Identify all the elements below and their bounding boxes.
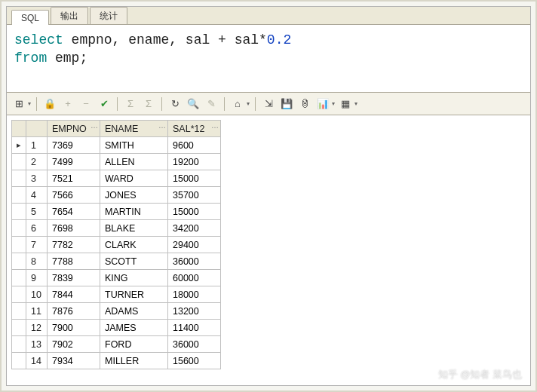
cell-empno[interactable]: 7521 <box>48 170 100 187</box>
row-number[interactable]: 6 <box>26 220 48 237</box>
row-number[interactable]: 10 <box>26 286 48 303</box>
cell-sal[interactable]: 35700 <box>168 187 221 204</box>
cell-sal[interactable]: 34200 <box>168 220 221 237</box>
row-marker[interactable] <box>12 187 26 204</box>
cell-sal[interactable]: 36000 <box>168 336 221 353</box>
row-number[interactable]: 12 <box>26 320 48 336</box>
table-row[interactable]: 67698BLAKE34200 <box>12 220 221 237</box>
grid-corner[interactable] <box>12 121 26 137</box>
cell-empno[interactable]: 7900 <box>48 320 100 336</box>
row-number[interactable]: 2 <box>26 154 48 170</box>
row-marker[interactable] <box>12 253 26 270</box>
save-button[interactable]: 💾 <box>279 96 294 112</box>
sql-editor[interactable]: select empno, ename, sal + sal*0.2 from … <box>7 25 530 93</box>
cell-sal[interactable]: 36000 <box>168 253 221 270</box>
cell-empno[interactable]: 7844 <box>48 286 100 303</box>
dropdown-icon[interactable]: ▾ <box>247 100 250 107</box>
row-number[interactable]: 11 <box>26 303 48 320</box>
cell-ename[interactable]: JAMES <box>100 320 168 336</box>
cell-ename[interactable]: WARD <box>100 170 168 187</box>
results-grid[interactable]: EMPNO ENAME SAL*12 ▸17369SMITH960027499A… <box>11 120 221 369</box>
cell-ename[interactable]: CLARK <box>100 237 168 253</box>
row-number[interactable]: 3 <box>26 170 48 187</box>
cell-empno[interactable]: 7934 <box>48 353 100 369</box>
row-number[interactable]: 4 <box>26 187 48 204</box>
table-row[interactable]: 97839KING60000 <box>12 270 221 286</box>
column-header-ename[interactable]: ENAME <box>100 121 168 137</box>
row-marker[interactable] <box>12 220 26 237</box>
sort-icon[interactable] <box>158 124 166 133</box>
cell-ename[interactable]: MARTIN <box>100 204 168 220</box>
table-row[interactable]: 77782CLARK29400 <box>12 237 221 253</box>
table-row[interactable]: 137902FORD36000 <box>12 336 221 353</box>
row-number[interactable]: 1 <box>26 137 48 154</box>
table-row[interactable]: 127900JAMES11400 <box>12 320 221 336</box>
dropdown-icon[interactable]: ▾ <box>354 100 357 107</box>
home-button[interactable]: ⌂ <box>230 96 245 112</box>
database-button[interactable]: 🛢 <box>297 96 312 112</box>
row-number[interactable]: 5 <box>26 204 48 220</box>
table-row[interactable]: 57654MARTIN15000 <box>12 204 221 220</box>
sum-button-2[interactable]: Σ <box>141 96 156 112</box>
tab-output[interactable]: 输出 <box>51 7 88 24</box>
column-header-sal[interactable]: SAL*12 <box>168 121 221 137</box>
row-number[interactable]: 9 <box>26 270 48 286</box>
cell-sal[interactable]: 11400 <box>168 320 221 336</box>
table-button[interactable]: ▦ <box>338 96 353 112</box>
cell-sal[interactable]: 15600 <box>168 353 221 369</box>
cell-sal[interactable]: 13200 <box>168 303 221 320</box>
edit-button[interactable]: ✎ <box>204 96 219 112</box>
delete-row-button[interactable]: − <box>78 96 94 112</box>
row-marker[interactable] <box>12 170 26 187</box>
table-row[interactable]: 87788SCOTT36000 <box>12 253 221 270</box>
cell-sal[interactable]: 9600 <box>168 137 221 154</box>
lock-button[interactable]: 🔒 <box>42 96 57 112</box>
dropdown-icon[interactable]: ▾ <box>332 100 335 107</box>
cell-ename[interactable]: FORD <box>100 336 168 353</box>
cell-empno[interactable]: 7788 <box>48 253 100 270</box>
table-row[interactable]: 107844TURNER18000 <box>12 286 221 303</box>
export-button[interactable]: ⇲ <box>261 96 276 112</box>
commit-button[interactable]: ✔ <box>97 96 112 112</box>
cell-ename[interactable]: TURNER <box>100 286 168 303</box>
cell-empno[interactable]: 7698 <box>48 220 100 237</box>
cell-ename[interactable]: SCOTT <box>100 253 168 270</box>
table-row[interactable]: 27499ALLEN19200 <box>12 154 221 170</box>
row-number[interactable]: 7 <box>26 237 48 253</box>
row-marker[interactable] <box>12 336 26 353</box>
row-marker[interactable] <box>12 303 26 320</box>
cell-empno[interactable]: 7369 <box>48 137 100 154</box>
row-marker[interactable] <box>12 154 26 170</box>
cell-ename[interactable]: ADAMS <box>100 303 168 320</box>
cell-empno[interactable]: 7654 <box>48 204 100 220</box>
sum-button-1[interactable]: Σ <box>123 96 138 112</box>
row-number[interactable]: 8 <box>26 253 48 270</box>
cell-empno[interactable]: 7876 <box>48 303 100 320</box>
cell-empno[interactable]: 7566 <box>48 187 100 204</box>
sort-icon[interactable] <box>91 124 98 133</box>
chart-button[interactable]: 📊 <box>315 96 330 112</box>
row-number-header[interactable] <box>26 121 48 137</box>
tab-stats[interactable]: 统计 <box>90 7 127 24</box>
cell-empno[interactable]: 7839 <box>48 270 100 286</box>
row-number[interactable]: 13 <box>26 336 48 353</box>
tab-sql[interactable]: SQL <box>11 10 49 25</box>
refresh-button[interactable]: ↻ <box>167 96 183 112</box>
cell-sal[interactable]: 18000 <box>168 286 221 303</box>
row-number[interactable]: 14 <box>26 353 48 369</box>
row-marker[interactable] <box>12 237 26 253</box>
row-marker[interactable] <box>12 270 26 286</box>
table-row[interactable]: 47566JONES35700 <box>12 187 221 204</box>
column-header-empno[interactable]: EMPNO <box>48 121 100 137</box>
row-marker[interactable]: ▸ <box>12 137 26 154</box>
dropdown-icon[interactable]: ▾ <box>28 100 31 107</box>
cell-sal[interactable]: 15000 <box>168 170 221 187</box>
row-marker[interactable] <box>12 286 26 303</box>
cell-sal[interactable]: 60000 <box>168 270 221 286</box>
cell-empno[interactable]: 7782 <box>48 237 100 253</box>
row-marker[interactable] <box>12 204 26 220</box>
cell-ename[interactable]: MILLER <box>100 353 168 369</box>
cell-sal[interactable]: 15000 <box>168 204 221 220</box>
find-button[interactable]: 🔍 <box>186 96 201 112</box>
cell-ename[interactable]: JONES <box>100 187 168 204</box>
